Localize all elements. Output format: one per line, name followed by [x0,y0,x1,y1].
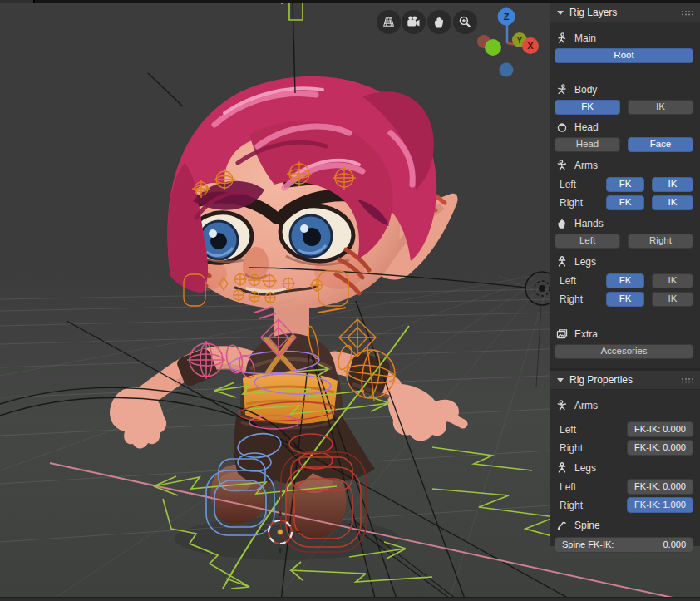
row-label-left: Left [560,275,599,287]
arm-right-fkik-slider[interactable]: FK-IK: 0.000 [627,440,693,456]
leg-right-ik-button[interactable]: IK [652,292,693,307]
section-label: Spine [574,520,600,531]
section-label: Arms [574,160,598,171]
arm-left-fk-button[interactable]: FK [606,177,644,192]
spine-fkik-slider[interactable]: Spine FK-IK: 0.000 [555,537,693,553]
editor-top-border [0,0,700,3]
section-label: Legs [574,462,596,474]
section-arms-props: Arms [550,397,700,414]
leg-left-ik-button[interactable]: IK [652,273,693,288]
leg-right-fkik-slider[interactable]: FK-IK: 1.000 [627,497,693,513]
collapse-triangle-icon [557,11,564,15]
sidebar-n-panel: Rig Layers Main Root Body FK [550,3,700,546]
leg-left-fk-button[interactable]: FK [606,273,644,288]
section-label: Legs [574,256,596,268]
section-main: Main [550,30,700,47]
hand-icon [556,218,568,229]
row-label-right: Right [560,293,599,305]
rig-layers-panel-header[interactable]: Rig Layers [550,3,700,22]
images-icon [556,328,568,340]
hand-left-button[interactable]: Left [555,234,620,249]
row-label-left: Left [560,481,619,493]
section-legs-props: Legs [550,460,700,476]
section-label: Arms [574,400,598,411]
section-label: Hands [574,218,604,229]
panel-title: Rig Properties [569,374,675,386]
grid-icon [382,15,396,29]
editor-bottom-border [0,597,700,601]
armature-icon [556,160,568,171]
row-label-right: Right [560,442,619,454]
axis-ball-x[interactable]: X [522,37,539,54]
section-hands: Hands [550,215,700,232]
head-toggle-button[interactable]: Head [555,137,620,152]
axis-ball-z[interactable]: Z [498,8,515,26]
section-spine: Spine [550,517,700,534]
pan-view-button[interactable] [427,10,451,34]
navigation-gizmo[interactable]: Y X Z [476,5,540,78]
face-toggle-button[interactable]: Face [628,137,693,152]
rig-properties-panel-header[interactable]: Rig Properties [550,371,700,390]
leg-right-fk-button[interactable]: FK [606,292,644,307]
svg-text:Z: Z [504,12,510,22]
root-toggle-button[interactable]: Root [555,48,693,63]
row-label-right: Right [560,500,619,511]
spine-slider-label: Spine FK-IK: [562,540,614,549]
row-label-left: Left [560,424,619,436]
section-label: Main [574,32,596,44]
hand-right-button[interactable]: Right [628,234,693,249]
legs-icon [556,256,568,268]
row-label-left: Left [560,179,599,190]
arm-left-fkik-slider[interactable]: FK-IK: 0.000 [627,421,693,437]
collapse-triangle-icon [557,378,564,382]
armature-icon [556,84,568,96]
arm-left-ik-button[interactable]: IK [652,177,693,192]
svg-text:X: X [527,41,534,51]
zoom-magnifier-icon [458,15,472,29]
axis-ball-negy[interactable] [485,39,501,56]
panel-grip-icon[interactable] [681,377,694,383]
leg-left-fkik-slider[interactable]: FK-IK: 0.000 [627,479,693,495]
zoom-view-button[interactable] [453,10,477,34]
body-fk-button[interactable]: FK [555,100,620,115]
section-arms: Arms [550,157,700,174]
rig-layers-panel-body: Main Root Body FK IK Head Head [550,22,700,368]
accessories-toggle-button[interactable]: Accesories [555,344,693,359]
spine-slider-value: 0.000 [663,540,686,549]
legs-icon [556,462,568,474]
arm-right-ik-button[interactable]: IK [652,195,693,210]
section-label: Body [574,84,597,96]
section-body: Body [550,81,700,98]
body-ik-button[interactable]: IK [628,100,693,115]
blender-window: Y X Z Rig Layers Main [0,0,700,601]
axis-ball-negz[interactable] [500,63,514,77]
svg-text:Y: Y [516,35,523,45]
camera-view-button[interactable] [402,10,426,34]
head-icon [556,121,568,133]
section-legs: Legs [550,254,700,270]
armature-icon [556,32,568,44]
spine-icon [556,520,568,531]
toggle-grid-button[interactable] [377,10,401,34]
arm-right-fk-button[interactable]: FK [606,195,644,210]
armature-icon [556,400,568,411]
rig-properties-panel-body: Arms Left FK-IK: 0.000 Right FK-IK: 0.00… [550,390,700,553]
camera-icon [407,15,421,29]
section-label: Extra [574,328,598,340]
panel-grip-icon[interactable] [681,10,694,16]
section-label: Head [574,121,599,133]
section-extra: Extra [550,326,700,342]
panel-title: Rig Layers [569,7,675,18]
row-label-right: Right [560,197,599,209]
section-head: Head [550,119,700,135]
pan-hand-icon [432,15,446,29]
